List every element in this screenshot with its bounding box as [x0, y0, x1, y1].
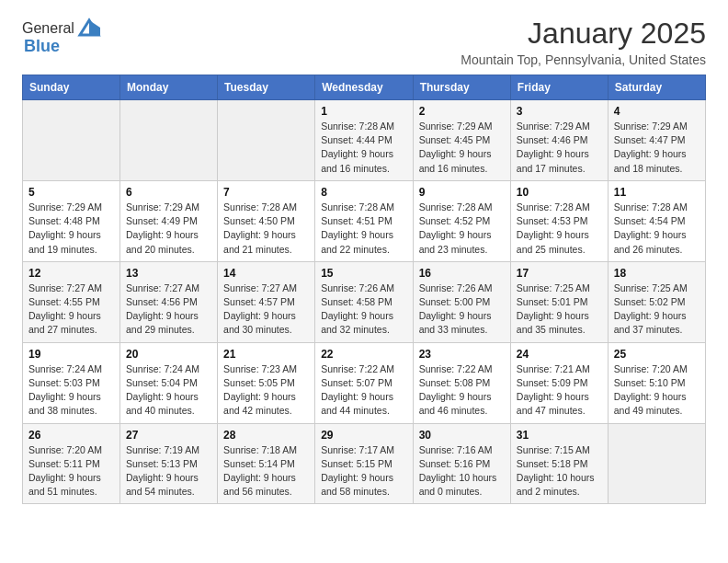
day-info: Sunrise: 7:25 AMSunset: 5:01 PMDaylight:… — [517, 282, 602, 338]
title-block: January 2025 Mountain Top, Pennsylvania,… — [461, 17, 706, 67]
table-row: 22Sunrise: 7:22 AMSunset: 5:07 PMDayligh… — [315, 342, 413, 423]
table-row: 11Sunrise: 7:28 AMSunset: 4:54 PMDayligh… — [608, 180, 705, 261]
calendar-week-row: 26Sunrise: 7:20 AMSunset: 5:11 PMDayligh… — [23, 423, 706, 504]
day-info: Sunrise: 7:27 AMSunset: 4:57 PMDaylight:… — [223, 282, 309, 338]
table-row: 5Sunrise: 7:29 AMSunset: 4:48 PMDaylight… — [23, 180, 120, 261]
table-row: 15Sunrise: 7:26 AMSunset: 4:58 PMDayligh… — [315, 261, 413, 342]
table-row: 19Sunrise: 7:24 AMSunset: 5:03 PMDayligh… — [23, 342, 120, 423]
day-number: 23 — [419, 348, 505, 361]
day-info: Sunrise: 7:26 AMSunset: 5:00 PMDaylight:… — [419, 282, 505, 338]
header-sunday: Sunday — [23, 75, 120, 100]
day-info: Sunrise: 7:28 AMSunset: 4:50 PMDaylight:… — [223, 201, 309, 257]
day-number: 21 — [223, 348, 309, 361]
day-info: Sunrise: 7:25 AMSunset: 5:02 PMDaylight:… — [614, 282, 700, 338]
table-row: 17Sunrise: 7:25 AMSunset: 5:01 PMDayligh… — [510, 261, 608, 342]
header-friday: Friday — [510, 75, 608, 100]
day-info: Sunrise: 7:15 AMSunset: 5:18 PMDaylight:… — [517, 443, 602, 500]
day-info: Sunrise: 7:24 AMSunset: 5:04 PMDaylight:… — [126, 362, 211, 419]
day-number: 16 — [419, 267, 505, 280]
day-number: 30 — [419, 429, 505, 442]
logo: General Blue — [22, 17, 102, 56]
header: General Blue January 2025 Mountain Top, … — [22, 17, 706, 67]
day-number: 6 — [126, 186, 211, 199]
table-row — [218, 100, 315, 181]
table-row: 2Sunrise: 7:29 AMSunset: 4:45 PMDaylight… — [413, 100, 510, 181]
svg-marker-1 — [89, 20, 100, 35]
day-info: Sunrise: 7:24 AMSunset: 5:03 PMDaylight:… — [28, 362, 114, 419]
table-row: 16Sunrise: 7:26 AMSunset: 5:00 PMDayligh… — [413, 261, 510, 342]
day-number: 2 — [419, 105, 505, 118]
day-number: 22 — [321, 348, 406, 361]
day-info: Sunrise: 7:21 AMSunset: 5:09 PMDaylight:… — [517, 362, 602, 419]
day-number: 19 — [28, 348, 114, 361]
day-number: 7 — [223, 186, 309, 199]
day-info: Sunrise: 7:28 AMSunset: 4:44 PMDaylight:… — [321, 120, 406, 176]
day-info: Sunrise: 7:27 AMSunset: 4:55 PMDaylight:… — [28, 282, 114, 338]
day-number: 4 — [614, 105, 700, 118]
day-number: 31 — [517, 429, 602, 442]
day-number: 28 — [223, 429, 309, 442]
day-number: 3 — [517, 105, 602, 118]
table-row: 10Sunrise: 7:28 AMSunset: 4:53 PMDayligh… — [510, 180, 608, 261]
day-info: Sunrise: 7:22 AMSunset: 5:07 PMDaylight:… — [321, 362, 406, 419]
table-row — [120, 100, 218, 181]
table-row: 18Sunrise: 7:25 AMSunset: 5:02 PMDayligh… — [608, 261, 705, 342]
day-info: Sunrise: 7:28 AMSunset: 4:52 PMDaylight:… — [419, 201, 505, 257]
day-number: 25 — [614, 348, 700, 361]
day-number: 15 — [321, 267, 406, 280]
table-row: 1Sunrise: 7:28 AMSunset: 4:44 PMDaylight… — [315, 100, 413, 181]
table-row: 30Sunrise: 7:16 AMSunset: 5:16 PMDayligh… — [413, 423, 510, 504]
day-number: 14 — [223, 267, 309, 280]
logo-general-text: General — [22, 20, 74, 37]
table-row: 26Sunrise: 7:20 AMSunset: 5:11 PMDayligh… — [23, 423, 120, 504]
table-row: 27Sunrise: 7:19 AMSunset: 5:13 PMDayligh… — [120, 423, 218, 504]
logo-icon — [76, 15, 102, 40]
day-info: Sunrise: 7:29 AMSunset: 4:49 PMDaylight:… — [126, 201, 211, 257]
day-info: Sunrise: 7:17 AMSunset: 5:15 PMDaylight:… — [321, 443, 406, 500]
location: Mountain Top, Pennsylvania, United State… — [461, 52, 706, 67]
day-info: Sunrise: 7:22 AMSunset: 5:08 PMDaylight:… — [419, 362, 505, 419]
calendar-week-row: 19Sunrise: 7:24 AMSunset: 5:03 PMDayligh… — [23, 342, 706, 423]
day-number: 12 — [28, 267, 114, 280]
table-row: 8Sunrise: 7:28 AMSunset: 4:51 PMDaylight… — [315, 180, 413, 261]
table-row: 21Sunrise: 7:23 AMSunset: 5:05 PMDayligh… — [218, 342, 315, 423]
table-row: 14Sunrise: 7:27 AMSunset: 4:57 PMDayligh… — [218, 261, 315, 342]
day-number: 27 — [126, 429, 211, 442]
table-row — [608, 423, 705, 504]
day-info: Sunrise: 7:26 AMSunset: 4:58 PMDaylight:… — [321, 282, 406, 338]
table-row: 25Sunrise: 7:20 AMSunset: 5:10 PMDayligh… — [608, 342, 705, 423]
day-number: 13 — [126, 267, 211, 280]
day-number: 9 — [419, 186, 505, 199]
day-number: 24 — [517, 348, 602, 361]
day-number: 29 — [321, 429, 406, 442]
calendar-week-row: 5Sunrise: 7:29 AMSunset: 4:48 PMDaylight… — [23, 180, 706, 261]
table-row: 6Sunrise: 7:29 AMSunset: 4:49 PMDaylight… — [120, 180, 218, 261]
table-row: 28Sunrise: 7:18 AMSunset: 5:14 PMDayligh… — [218, 423, 315, 504]
header-thursday: Thursday — [413, 75, 510, 100]
table-row — [23, 100, 120, 181]
day-info: Sunrise: 7:29 AMSunset: 4:48 PMDaylight:… — [28, 201, 114, 257]
day-info: Sunrise: 7:20 AMSunset: 5:10 PMDaylight:… — [614, 362, 700, 419]
day-number: 18 — [614, 267, 700, 280]
day-info: Sunrise: 7:23 AMSunset: 5:05 PMDaylight:… — [223, 362, 309, 419]
day-info: Sunrise: 7:18 AMSunset: 5:14 PMDaylight:… — [223, 443, 309, 500]
table-row: 13Sunrise: 7:27 AMSunset: 4:56 PMDayligh… — [120, 261, 218, 342]
header-monday: Monday — [120, 75, 218, 100]
calendar: Sunday Monday Tuesday Wednesday Thursday… — [22, 75, 706, 504]
table-row: 20Sunrise: 7:24 AMSunset: 5:04 PMDayligh… — [120, 342, 218, 423]
table-row: 3Sunrise: 7:29 AMSunset: 4:46 PMDaylight… — [510, 100, 608, 181]
day-info: Sunrise: 7:28 AMSunset: 4:51 PMDaylight:… — [321, 201, 406, 257]
header-saturday: Saturday — [608, 75, 705, 100]
day-number: 26 — [28, 429, 114, 442]
day-number: 8 — [321, 186, 406, 199]
day-info: Sunrise: 7:29 AMSunset: 4:47 PMDaylight:… — [614, 120, 700, 176]
month-title: January 2025 — [461, 17, 706, 51]
logo-blue-text: Blue — [24, 37, 60, 56]
day-info: Sunrise: 7:27 AMSunset: 4:56 PMDaylight:… — [126, 282, 211, 338]
day-number: 17 — [517, 267, 602, 280]
table-row: 7Sunrise: 7:28 AMSunset: 4:50 PMDaylight… — [218, 180, 315, 261]
page: General Blue January 2025 Mountain Top, … — [0, 0, 728, 521]
table-row: 24Sunrise: 7:21 AMSunset: 5:09 PMDayligh… — [510, 342, 608, 423]
calendar-header-row: Sunday Monday Tuesday Wednesday Thursday… — [23, 75, 706, 100]
day-info: Sunrise: 7:28 AMSunset: 4:54 PMDaylight:… — [614, 201, 700, 257]
